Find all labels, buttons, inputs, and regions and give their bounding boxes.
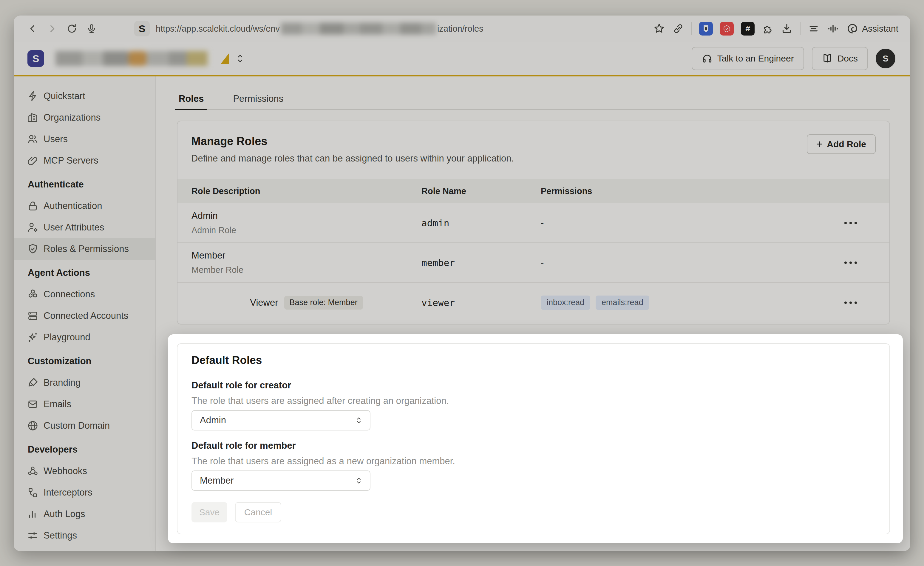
default-roles-card: Default Roles Default role for creator T… <box>177 343 890 534</box>
member-role-select[interactable]: Member <box>192 470 370 491</box>
default-roles-spotlight: Default Roles Default role for creator T… <box>168 334 903 543</box>
member-role-description: The role that users are assigned as a ne… <box>192 456 875 467</box>
default-roles-title: Default Roles <box>192 354 875 367</box>
cancel-button[interactable]: Cancel <box>235 502 281 522</box>
creator-role-description: The role that users are assigned after c… <box>192 395 875 406</box>
select-chevrons-icon <box>355 416 363 425</box>
select-chevrons-icon <box>355 476 363 485</box>
creator-role-label: Default role for creator <box>192 380 875 391</box>
creator-role-select[interactable]: Admin <box>192 410 370 431</box>
member-role-label: Default role for member <box>192 440 875 452</box>
member-role-value: Member <box>200 475 234 486</box>
save-button[interactable]: Save <box>192 502 227 522</box>
creator-role-value: Admin <box>200 415 226 426</box>
